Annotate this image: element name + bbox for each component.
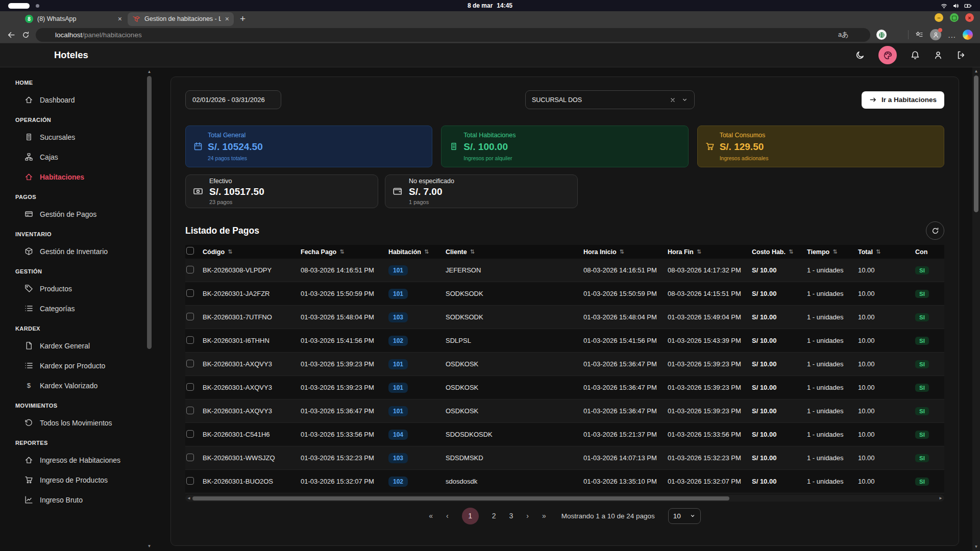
sidebar-item-cajas[interactable]: Cajas — [0, 147, 153, 167]
system-tray[interactable] — [941, 2, 972, 10]
sort-icon[interactable]: ⇅ — [228, 248, 232, 255]
cell-hora-inicio: 01-03-2026 15:21:37 PM — [583, 431, 668, 438]
scroll-up-icon[interactable]: ▲ — [148, 69, 152, 74]
new-tab-button[interactable]: + — [240, 13, 246, 24]
sidebar-item-gestion-de-pagos[interactable]: Gestión de Pagos — [0, 204, 153, 224]
sort-icon[interactable]: ⇅ — [424, 248, 429, 255]
browser-tab-gestion-de-habitaciones-l[interactable]: Gestion de habitaciones - L× — [128, 12, 234, 26]
page-button-3[interactable]: 3 — [509, 512, 513, 520]
horizontal-scrollbar-thumb[interactable] — [192, 496, 729, 500]
system-clock[interactable]: 8 de mar 14:45 — [468, 2, 512, 9]
close-window-button[interactable]: × — [965, 13, 974, 22]
table-body: BK-20260308-VLPDPY08-03-2026 14:16:51 PM… — [185, 259, 944, 493]
column-header-hora-fin[interactable]: Hora Fin⇅ — [668, 248, 752, 256]
cell-fecha-pago: 08-03-2026 14:16:51 PM — [301, 266, 388, 274]
row-checkbox[interactable] — [186, 266, 194, 273]
column-header-cliente[interactable]: Cliente⇅ — [446, 248, 583, 256]
globe-icon — [876, 30, 887, 40]
sidebar-item-kardex-valorizado[interactable]: $Kardex Valorizado — [0, 375, 153, 395]
page-scrollbar-thumb[interactable] — [974, 76, 978, 212]
prev-page-button[interactable]: ‹ — [446, 512, 449, 520]
column-header-fecha-pago[interactable]: Fecha Pago⇅ — [301, 248, 388, 256]
sort-icon[interactable]: ⇅ — [832, 248, 837, 255]
row-checkbox[interactable] — [186, 383, 194, 391]
column-header-habitacion[interactable]: Habitación⇅ — [388, 248, 446, 256]
close-tab-icon[interactable]: × — [118, 15, 122, 22]
scroll-left-icon[interactable]: ◄ — [187, 495, 191, 501]
sidebar-item-sucursales[interactable]: Sucursales — [0, 127, 153, 147]
translate-icon[interactable]: aあ — [838, 30, 849, 39]
column-header-codigo[interactable]: Código⇅ — [203, 248, 301, 256]
sidebar-item-productos[interactable]: Productos — [0, 279, 153, 298]
row-checkbox[interactable] — [186, 430, 194, 438]
cell-fecha-pago: 01-03-2026 15:33:56 PM — [301, 431, 388, 438]
cell-fecha-pago: 01-03-2026 15:32:07 PM — [301, 478, 388, 485]
branch-select[interactable]: SUCURSAL DOS — [525, 90, 695, 109]
sidebar-item-dashboard[interactable]: Dashboard — [0, 90, 153, 110]
room-badge: 103 — [388, 312, 408, 322]
sidebar-item-gestion-de-inventario[interactable]: Gestión de Inventario — [0, 241, 153, 261]
row-checkbox[interactable] — [186, 360, 194, 367]
theme-palette-button[interactable] — [878, 46, 897, 64]
sidebar-item-kardex-por-producto[interactable]: Kardex por Producto — [0, 356, 153, 375]
go-to-rooms-button[interactable]: Ir a Habitaciones — [862, 91, 944, 109]
consumo-badge: SI — [915, 478, 929, 486]
refresh-button[interactable] — [926, 221, 944, 240]
hamburger-menu-icon — [14, 51, 24, 60]
address-bar[interactable]: localhost/panel/habitaciones aあ — [36, 28, 870, 42]
sidebar-scrollbar-thumb[interactable] — [147, 76, 152, 349]
row-checkbox[interactable] — [186, 407, 194, 414]
column-header-costo-hab[interactable]: Costo Hab.⇅ — [752, 248, 807, 256]
column-header-tiempo[interactable]: Tiempo⇅ — [807, 248, 858, 256]
date-range-input[interactable]: 02/01/2026 - 03/31/2026 — [185, 90, 281, 109]
sort-icon[interactable]: ⇅ — [789, 248, 793, 255]
chart-icon — [24, 495, 33, 504]
cell-hora-inicio: 01-03-2026 15:50:59 PM — [583, 290, 668, 297]
scroll-right-icon[interactable]: ► — [939, 495, 943, 501]
last-page-button[interactable]: » — [542, 512, 546, 520]
app-header: Hoteles — [0, 43, 980, 67]
sort-icon[interactable]: ⇅ — [470, 248, 475, 255]
scroll-down-icon[interactable]: ▼ — [974, 544, 978, 549]
workspace-indicator-pill — [8, 3, 30, 9]
select-all-checkbox[interactable] — [186, 247, 194, 255]
page-size-select[interactable]: 10 — [668, 508, 701, 524]
sidebar-item-categorias[interactable]: Categorías — [0, 298, 153, 318]
row-checkbox[interactable] — [186, 336, 194, 344]
sort-icon[interactable]: ⇅ — [697, 248, 701, 255]
room-badge: 103 — [388, 453, 408, 463]
sort-icon[interactable]: ⇅ — [620, 248, 624, 255]
row-checkbox[interactable] — [186, 454, 194, 461]
sidebar-scrollbar[interactable]: ▲ ▼ — [146, 69, 152, 549]
copilot-icon[interactable] — [963, 30, 973, 40]
horizontal-scrollbar[interactable]: ◄ ► — [185, 495, 944, 502]
room-badge: 101 — [388, 359, 408, 369]
column-header-total[interactable]: Total⇅ — [858, 248, 915, 256]
page-button-2[interactable]: 2 — [492, 512, 496, 520]
minimize-button[interactable]: − — [935, 13, 943, 22]
sidebar-item-todos-los-movimientos[interactable]: Todos los Movimientos — [0, 413, 153, 433]
row-checkbox[interactable] — [186, 289, 194, 297]
browser-tab-8-whatsapp[interactable]: 8(8) WhatsApp× — [20, 12, 127, 26]
column-header-hora-inicio[interactable]: Hora Inicio⇅ — [583, 248, 668, 256]
page-button-1[interactable]: 1 — [462, 508, 479, 524]
next-page-button[interactable]: › — [526, 512, 529, 520]
page-scrollbar[interactable]: ▲ ▼ — [972, 67, 980, 551]
sidebar-item-ingresos-de-habitaciones[interactable]: Ingresos de Habitaciones — [0, 450, 153, 470]
sidebar-item-habitaciones[interactable]: Habitaciones — [0, 167, 153, 187]
row-checkbox[interactable] — [186, 477, 194, 485]
close-tab-icon[interactable]: × — [225, 15, 229, 22]
first-page-button[interactable]: « — [429, 512, 433, 520]
row-checkbox[interactable] — [186, 313, 194, 320]
more-menu-icon[interactable]: ... — [948, 31, 956, 39]
profile-avatar[interactable] — [930, 29, 941, 40]
sidebar-item-kardex-general[interactable]: Kardex General — [0, 336, 153, 356]
sort-icon[interactable]: ⇅ — [876, 248, 880, 255]
sidebar-item-ingreso-de-productos[interactable]: Ingreso de Productos — [0, 470, 153, 490]
maximize-button[interactable]: ▢ — [950, 13, 959, 22]
scroll-up-icon[interactable]: ▲ — [974, 69, 978, 74]
sidebar-item-ingreso-bruto[interactable]: Ingreso Bruto — [0, 490, 153, 510]
sort-icon[interactable]: ⇅ — [339, 248, 344, 255]
cell-cliente: SDLPSL — [446, 337, 583, 344]
scroll-down-icon[interactable]: ▼ — [148, 544, 152, 549]
